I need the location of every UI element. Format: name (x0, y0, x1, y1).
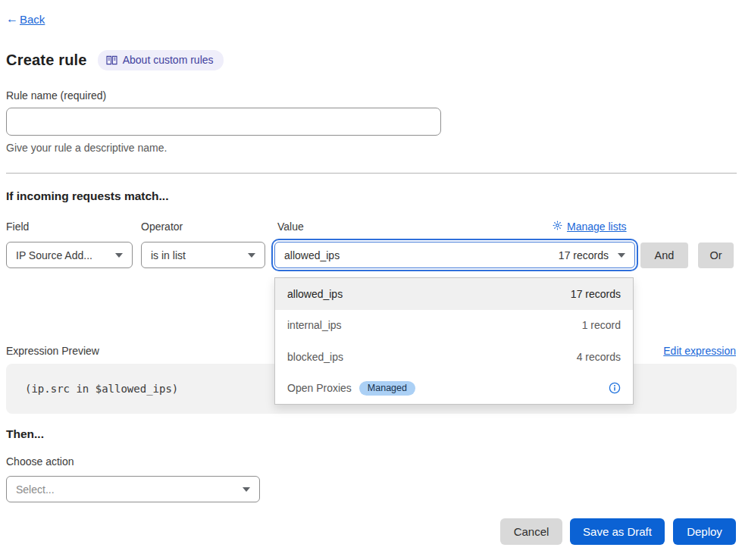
back-arrow-icon: ← (6, 12, 18, 26)
rule-name-helper: Give your rule a descriptive name. (6, 142, 167, 154)
choose-action-label: Choose action (6, 455, 74, 468)
value-select-value: allowed_ips (284, 249, 340, 261)
field-column-label: Field (6, 221, 29, 233)
back-link-label: Back (20, 13, 45, 26)
value-column-label: Value (277, 221, 304, 233)
match-section-heading: If incoming requests match... (6, 189, 168, 203)
page-title: Create rule (6, 52, 87, 69)
manage-lists-link[interactable]: Manage lists (553, 221, 627, 233)
back-link[interactable]: ←Back (6, 12, 45, 26)
operator-column-label: Operator (141, 221, 183, 233)
save-as-draft-button[interactable]: Save as Draft (570, 518, 665, 545)
value-select-records: 17 records (559, 249, 609, 261)
managed-badge: Managed (359, 381, 415, 396)
edit-expression-link[interactable]: Edit expression (663, 345, 736, 357)
list-item-open-proxies[interactable]: Open Proxies Managed (275, 373, 633, 405)
list-item-name: blocked_ips (287, 351, 343, 363)
info-icon[interactable] (609, 382, 621, 394)
list-item-name: Open Proxies (287, 382, 352, 394)
deploy-button[interactable]: Deploy (673, 518, 736, 545)
create-rule-page: ←Back Create rule About custom rules Rul… (0, 0, 742, 560)
and-button[interactable]: And (640, 242, 688, 268)
rule-name-input[interactable] (6, 108, 441, 136)
about-custom-rules-link[interactable]: About custom rules (98, 50, 224, 70)
list-item-records: 1 record (582, 319, 621, 331)
list-item-name: internal_ips (287, 319, 342, 331)
cancel-button[interactable]: Cancel (500, 518, 562, 545)
operator-select-value: is in list (151, 249, 186, 261)
title-row: Create rule About custom rules (6, 50, 224, 70)
manage-lists-label: Manage lists (567, 221, 627, 233)
list-item-blocked-ips[interactable]: blocked_ips 4 records (275, 341, 633, 373)
chevron-down-icon (115, 253, 123, 258)
list-item-name: allowed_ips (287, 288, 343, 300)
expression-code: (ip.src in $allowed_ips) (25, 383, 178, 395)
operator-select[interactable]: is in list (141, 242, 265, 268)
field-select[interactable]: IP Source Add... (6, 242, 133, 268)
chevron-down-icon (618, 253, 625, 258)
or-button[interactable]: Or (698, 242, 734, 268)
section-divider (6, 173, 737, 174)
list-item-internal-ips[interactable]: internal_ips 1 record (275, 310, 633, 342)
book-icon (106, 55, 117, 65)
field-select-value: IP Source Add... (16, 249, 92, 261)
expression-preview-label: Expression Preview (6, 345, 99, 357)
gear-icon (553, 221, 562, 233)
then-section-heading: Then... (6, 427, 44, 441)
about-custom-rules-label: About custom rules (123, 54, 214, 66)
action-select[interactable]: Select... (6, 476, 260, 502)
chevron-down-icon (248, 253, 255, 258)
chevron-down-icon (243, 487, 250, 492)
action-select-placeholder: Select... (16, 483, 55, 496)
list-item-allowed-ips[interactable]: allowed_ips 17 records (275, 278, 633, 310)
value-dropdown-menu: allowed_ips 17 records internal_ips 1 re… (274, 277, 634, 405)
rule-name-label: Rule name (required) (6, 89, 106, 102)
value-select[interactable]: allowed_ips 17 records (274, 242, 635, 268)
list-item-records: 17 records (571, 288, 621, 300)
list-item-records: 4 records (577, 351, 621, 363)
